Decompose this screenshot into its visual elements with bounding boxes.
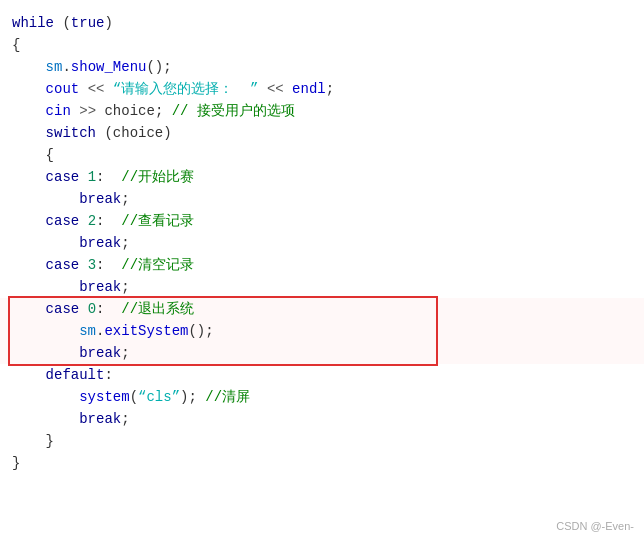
code-line: case 3: //清空记录 <box>0 254 644 276</box>
code-line: break; <box>0 232 644 254</box>
code-line: break; <box>0 342 644 364</box>
code-line: system(“cls”); //清屏 <box>0 386 644 408</box>
code-line: cin >> choice; // 接受用户的选项 <box>0 100 644 122</box>
code-line: } <box>0 452 644 474</box>
code-line: } <box>0 430 644 452</box>
watermark: CSDN @-Even- <box>556 520 634 532</box>
code-line: case 1: //开始比赛 <box>0 166 644 188</box>
code-line: sm.exitSystem(); <box>0 320 644 342</box>
code-line: switch (choice) <box>0 122 644 144</box>
code-line: case 0: //退出系统 <box>0 298 644 320</box>
code-line: break; <box>0 188 644 210</box>
code-line: { <box>0 34 644 56</box>
code-line: break; <box>0 276 644 298</box>
code-line: { <box>0 144 644 166</box>
code-container: while (true){ sm.show_Menu(); cout << “请… <box>0 0 644 540</box>
code-line: default: <box>0 364 644 386</box>
code-line: sm.show_Menu(); <box>0 56 644 78</box>
code-lines: while (true){ sm.show_Menu(); cout << “请… <box>0 12 644 474</box>
code-line: cout << “请输入您的选择： ” << endl; <box>0 78 644 100</box>
code-line: case 2: //查看记录 <box>0 210 644 232</box>
code-line: while (true) <box>0 12 644 34</box>
code-line: break; <box>0 408 644 430</box>
